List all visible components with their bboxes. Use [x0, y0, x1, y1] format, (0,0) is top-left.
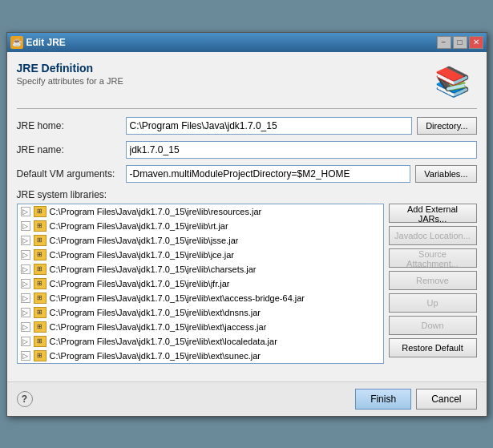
jar-icon: ⊞	[34, 321, 46, 333]
window-title: Edit JRE	[26, 37, 66, 48]
jar-icon: ⊞	[34, 307, 46, 318]
list-item-path: C:\Program Files\Java\jdk1.7.0_15\jre\li…	[50, 236, 239, 245]
list-item-path: C:\Program Files\Java\jdk1.7.0_15\jre\li…	[50, 279, 230, 289]
list-item-path: C:\Program Files\Java\jdk1.7.0_15\jre\li…	[50, 250, 234, 260]
window-icon: ☕	[10, 36, 23, 49]
title-buttons: − □ ✕	[437, 36, 483, 49]
side-buttons: Add External JARs... Javadoc Location...…	[389, 204, 477, 364]
expand-icon[interactable]: ▷	[21, 264, 30, 274]
jar-icon: ⊞	[34, 278, 46, 289]
table-row[interactable]: ▷⊞C:\Program Files\Java\jdk1.7.0_15\jre\…	[18, 233, 383, 248]
variables-button[interactable]: Variables...	[415, 165, 476, 183]
expand-icon[interactable]: ▷	[21, 293, 30, 303]
table-row[interactable]: ▷⊞C:\Program Files\Java\jdk1.7.0_15\jre\…	[18, 276, 383, 291]
bottom-bar: ? Finish Cancel	[7, 381, 487, 416]
jar-icon: ⊞	[34, 264, 46, 275]
books-icon: 📚	[434, 65, 471, 99]
expand-icon[interactable]: ▷	[21, 250, 30, 260]
restore-default-button[interactable]: Restore Default	[389, 338, 477, 357]
expand-icon[interactable]: ▷	[21, 221, 30, 231]
title-bar: ☕ Edit JRE − □ ✕	[7, 33, 487, 52]
table-row[interactable]: ▷⊞C:\Program Files\Java\jdk1.7.0_15\jre\…	[18, 320, 383, 334]
expand-icon[interactable]: ▷	[21, 322, 30, 332]
expand-icon[interactable]: ▷	[21, 236, 30, 245]
dialog-content: JRE Definition Specify attributes for a …	[7, 52, 487, 381]
table-row[interactable]: ▷⊞C:\Program Files\Java\jdk1.7.0_15\jre\…	[18, 334, 383, 349]
jre-name-label: JRE name:	[17, 144, 121, 155]
list-item-path: C:\Program Files\Java\jdk1.7.0_15\jre\li…	[50, 221, 228, 231]
table-row[interactable]: ▷⊞C:\Program Files\Java\jdk1.7.0_15\jre\…	[18, 291, 383, 305]
list-item-path: C:\Program Files\Java\jdk1.7.0_15\jre\li…	[50, 322, 267, 332]
list-item-path: C:\Program Files\Java\jdk1.7.0_15\jre\li…	[50, 293, 305, 303]
header-area: JRE Definition Specify attributes for a …	[17, 62, 477, 102]
table-row[interactable]: ▷⊞C:\Program Files\Java\jdk1.7.0_15\jre\…	[18, 305, 383, 320]
directory-button[interactable]: Directory...	[417, 117, 476, 135]
source-attachment-button[interactable]: Source Attachment...	[389, 248, 477, 268]
jar-icon: ⊞	[34, 249, 46, 260]
add-external-jars-button[interactable]: Add External JARs...	[389, 204, 477, 223]
section-subtitle: Specify attributes for a JRE	[17, 76, 429, 86]
javadoc-location-button[interactable]: Javadoc Location...	[389, 226, 477, 245]
header-text: JRE Definition Specify attributes for a …	[17, 62, 429, 95]
table-row[interactable]: ▷⊞C:\Program Files\Java\jdk1.7.0_15\jre\…	[18, 219, 383, 233]
jar-icon: ⊞	[34, 206, 46, 217]
list-item-path: C:\Program Files\Java\jdk1.7.0_15\jre\li…	[50, 351, 261, 361]
expand-icon[interactable]: ▷	[21, 351, 30, 361]
table-row[interactable]: ▷⊞C:\Program Files\Java\jdk1.7.0_15\jre\…	[18, 204, 383, 219]
list-item-path: C:\Program Files\Java\jdk1.7.0_15\jre\li…	[50, 207, 262, 216]
up-button[interactable]: Up	[389, 293, 477, 313]
table-row[interactable]: ▷⊞C:\Program Files\Java\jdk1.7.0_15\jre\…	[18, 248, 383, 262]
list-item-path: C:\Program Files\Java\jdk1.7.0_15\jre\li…	[50, 264, 257, 274]
table-row[interactable]: ▷⊞C:\Program Files\Java\jdk1.7.0_15\jre\…	[18, 262, 383, 276]
jre-name-row: JRE name:	[17, 141, 477, 159]
expand-icon[interactable]: ▷	[21, 337, 30, 346]
jar-icon: ⊞	[34, 336, 46, 347]
expand-icon[interactable]: ▷	[21, 207, 30, 216]
libraries-label: JRE system libraries:	[17, 189, 477, 200]
section-title: JRE Definition	[17, 62, 429, 75]
vm-args-input[interactable]	[126, 165, 411, 183]
expand-icon[interactable]: ▷	[21, 279, 30, 289]
remove-button[interactable]: Remove	[389, 271, 477, 290]
bottom-buttons: Finish Cancel	[355, 389, 476, 410]
jre-home-label: JRE home:	[17, 120, 121, 131]
jar-icon: ⊞	[34, 293, 46, 304]
minimize-button[interactable]: −	[437, 36, 451, 49]
table-row[interactable]: ▷⊞C:\Program Files\Java\jdk1.7.0_15\jre\…	[18, 349, 383, 363]
jar-icon: ⊞	[34, 350, 46, 361]
jre-home-row: JRE home: Directory...	[17, 117, 477, 135]
edit-jre-window: ☕ Edit JRE − □ ✕ JRE Definition Specify …	[6, 32, 487, 417]
jar-icon: ⊞	[34, 220, 46, 232]
list-item-path: C:\Program Files\Java\jdk1.7.0_15\jre\li…	[50, 308, 261, 317]
finish-button[interactable]: Finish	[355, 389, 411, 410]
down-button[interactable]: Down	[389, 316, 477, 335]
vm-args-row: Default VM arguments: Variables...	[17, 165, 477, 183]
list-item-path: C:\Program Files\Java\jdk1.7.0_15\jre\li…	[50, 337, 277, 346]
cancel-button[interactable]: Cancel	[416, 389, 476, 410]
maximize-button[interactable]: □	[453, 36, 467, 49]
title-bar-left: ☕ Edit JRE	[10, 36, 66, 49]
vm-args-label: Default VM arguments:	[17, 168, 121, 180]
libraries-area: ▷⊞C:\Program Files\Java\jdk1.7.0_15\jre\…	[17, 204, 477, 364]
jre-home-input[interactable]	[126, 117, 413, 135]
section-divider	[17, 108, 477, 109]
jar-icon: ⊞	[34, 235, 46, 246]
close-button[interactable]: ✕	[469, 36, 483, 49]
jre-name-input[interactable]	[126, 141, 477, 159]
header-icon: 📚	[429, 62, 477, 102]
help-icon[interactable]: ?	[17, 391, 33, 407]
expand-icon[interactable]: ▷	[21, 308, 30, 317]
libraries-list[interactable]: ▷⊞C:\Program Files\Java\jdk1.7.0_15\jre\…	[17, 204, 384, 364]
